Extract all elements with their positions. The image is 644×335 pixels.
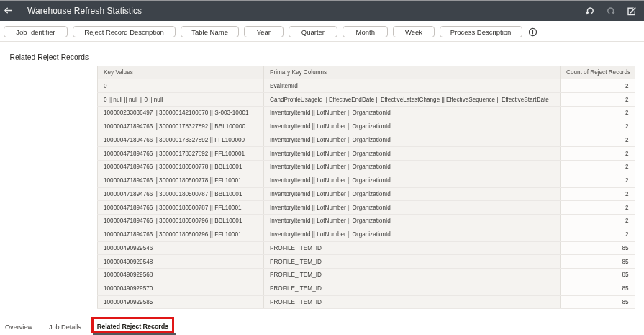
cell-count[interactable]: 2 xyxy=(561,106,635,120)
cell-primary-key-columns[interactable]: InventoryItemId || LotNumber || Organiza… xyxy=(264,160,561,174)
cell-key-values[interactable]: 100000471894766 || 300000180500796 || BB… xyxy=(98,215,264,228)
section-title: Related Reject Records xyxy=(10,53,89,61)
redo-icon xyxy=(606,6,616,16)
table-row[interactable]: 100000471894766 || 300000178327892 || BB… xyxy=(98,120,635,133)
page-title: Warehouse Refresh Statistics xyxy=(27,6,142,16)
cell-primary-key-columns[interactable]: InventoryItemId || LotNumber || Organiza… xyxy=(264,133,561,147)
filter-chip[interactable]: Week xyxy=(393,26,435,37)
filter-chips: Job Identifier Reject Record Description… xyxy=(4,26,522,37)
cell-count[interactable]: 85 xyxy=(561,269,635,282)
table-row[interactable]: 100000471894766 || 300000178327892 || FF… xyxy=(98,133,635,147)
cell-count[interactable]: 2 xyxy=(561,120,635,133)
table-row[interactable]: 100000233036497 || 300000142100870 || S-… xyxy=(98,106,635,120)
undo-icon xyxy=(585,6,595,16)
edit-icon xyxy=(627,6,637,16)
bottom-tab-bar: Overview Job Details Related Reject Reco… xyxy=(0,318,644,335)
cell-primary-key-columns[interactable]: PROFILE_ITEM_ID xyxy=(264,269,561,282)
cell-primary-key-columns[interactable]: InventoryItemId || LotNumber || Organiza… xyxy=(264,228,561,241)
table-row[interactable]: 100000490929585 PROFILE_ITEM_ID 85 xyxy=(98,295,635,309)
table-row[interactable]: 100000471894766 || 300000178327892 || FF… xyxy=(98,147,635,161)
cell-count[interactable]: 2 xyxy=(561,187,635,201)
cell-primary-key-columns[interactable]: PROFILE_ITEM_ID xyxy=(264,255,561,269)
cell-key-values[interactable]: 100000490929568 xyxy=(98,269,264,282)
cell-primary-key-columns[interactable]: InventoryItemId || LotNumber || Organiza… xyxy=(264,201,561,215)
filter-chip[interactable]: Table Name xyxy=(181,26,239,37)
cell-primary-key-columns[interactable]: PROFILE_ITEM_ID xyxy=(264,282,561,295)
cell-key-values[interactable]: 100000233036497 || 300000142100870 || S-… xyxy=(98,106,264,120)
cell-count[interactable]: 2 xyxy=(561,215,635,228)
cell-primary-key-columns[interactable]: PROFILE_ITEM_ID xyxy=(264,295,561,309)
cell-primary-key-columns[interactable]: PROFILE_ITEM_ID xyxy=(264,241,561,255)
cell-count[interactable]: 2 xyxy=(561,79,635,93)
cell-key-values[interactable]: 100000471894766 || 300000178327892 || BB… xyxy=(98,120,264,133)
table-row[interactable]: 0 EvalItemId 2 xyxy=(98,79,635,93)
cell-key-values[interactable]: 100000471894766 || 300000178327892 || FF… xyxy=(98,133,264,147)
cell-count[interactable]: 85 xyxy=(561,295,635,309)
back-button[interactable] xyxy=(0,1,17,21)
add-filter-button[interactable] xyxy=(527,26,539,37)
table-row[interactable]: 100000471894766 || 300000180500778 || FF… xyxy=(98,174,635,187)
column-header-primary-key-columns[interactable]: Primary Key Columns xyxy=(264,66,561,79)
cell-count[interactable]: 2 xyxy=(561,133,635,147)
column-header-key-values[interactable]: Key Values xyxy=(98,66,264,79)
cell-primary-key-columns[interactable]: CandProfileUsageId || EffectiveEndDate |… xyxy=(264,93,561,107)
table-row[interactable]: 100000490929570 PROFILE_ITEM_ID 85 xyxy=(98,282,635,295)
cell-primary-key-columns[interactable]: InventoryItemId || LotNumber || Organiza… xyxy=(264,187,561,201)
table-row[interactable]: 100000490929548 PROFILE_ITEM_ID 85 xyxy=(98,255,635,269)
back-arrow-icon xyxy=(4,7,12,14)
cell-key-values[interactable]: 100000471894766 || 300000180500787 || BB… xyxy=(98,187,264,201)
cell-primary-key-columns[interactable]: EvalItemId xyxy=(264,79,561,93)
filter-chip[interactable]: Process Description xyxy=(440,26,522,37)
cell-primary-key-columns[interactable]: InventoryItemId || LotNumber || Organiza… xyxy=(264,215,561,228)
filter-chip[interactable]: Year xyxy=(244,26,284,37)
tab-related-reject-records[interactable]: Related Reject Records xyxy=(91,317,174,333)
cell-key-values[interactable]: 100000471894766 || 300000180500796 || FF… xyxy=(98,228,264,241)
topbar-divider xyxy=(17,1,17,21)
cell-count[interactable]: 2 xyxy=(561,160,635,174)
cell-key-values[interactable]: 100000471894766 || 300000178327892 || FF… xyxy=(98,147,264,161)
tab-job-details[interactable]: Job Details xyxy=(49,323,81,331)
cell-count[interactable]: 2 xyxy=(561,93,635,107)
cell-count[interactable]: 2 xyxy=(561,174,635,187)
table-row[interactable]: 100000471894766 || 300000180500778 || BB… xyxy=(98,160,635,174)
cell-count[interactable]: 2 xyxy=(561,228,635,241)
redo-button[interactable] xyxy=(603,3,619,19)
filter-chip[interactable]: Reject Record Description xyxy=(73,26,176,37)
column-header-count[interactable]: Count of Reject Records xyxy=(561,66,635,79)
cell-key-values[interactable]: 100000471894766 || 300000180500778 || FF… xyxy=(98,174,264,187)
cell-key-values[interactable]: 100000490929570 xyxy=(98,282,264,295)
cell-key-values[interactable]: 0 xyxy=(98,79,264,93)
cell-count[interactable]: 2 xyxy=(561,147,635,161)
cell-primary-key-columns[interactable]: InventoryItemId || LotNumber || Organiza… xyxy=(264,120,561,133)
table-header-row: Key Values Primary Key Columns Count of … xyxy=(98,66,635,79)
cell-count[interactable]: 85 xyxy=(561,282,635,295)
cell-key-values[interactable]: 100000490929585 xyxy=(98,295,264,309)
table-row[interactable]: 100000490929546 PROFILE_ITEM_ID 85 xyxy=(98,241,635,255)
cell-key-values[interactable]: 100000471894766 || 300000180500778 || BB… xyxy=(98,160,264,174)
undo-button[interactable] xyxy=(582,3,598,19)
table-row[interactable]: 100000490929568 PROFILE_ITEM_ID 85 xyxy=(98,269,635,282)
cell-key-values[interactable]: 0 || null || null || 0 || null xyxy=(98,93,264,107)
edit-button[interactable] xyxy=(624,3,640,19)
top-bar: Warehouse Refresh Statistics xyxy=(0,1,644,21)
reject-records-table: Key Values Primary Key Columns Count of … xyxy=(97,66,635,309)
table-row[interactable]: 100000471894766 || 300000180500787 || BB… xyxy=(98,187,635,201)
cell-key-values[interactable]: 100000490929548 xyxy=(98,255,264,269)
table-row[interactable]: 100000471894766 || 300000180500796 || BB… xyxy=(98,215,635,228)
cell-count[interactable]: 85 xyxy=(561,241,635,255)
cell-primary-key-columns[interactable]: InventoryItemId || LotNumber || Organiza… xyxy=(264,106,561,120)
filter-chip[interactable]: Job Identifier xyxy=(4,26,68,37)
table-row[interactable]: 100000471894766 || 300000180500787 || FF… xyxy=(98,201,635,215)
cell-primary-key-columns[interactable]: InventoryItemId || LotNumber || Organiza… xyxy=(264,147,561,161)
cell-key-values[interactable]: 100000490929546 xyxy=(98,241,264,255)
cell-key-values[interactable]: 100000471894766 || 300000180500787 || FF… xyxy=(98,201,264,215)
filter-chip[interactable]: Month xyxy=(343,26,389,37)
cell-primary-key-columns[interactable]: InventoryItemId || LotNumber || Organiza… xyxy=(264,174,561,187)
cell-count[interactable]: 85 xyxy=(561,255,635,269)
filter-chip[interactable]: Quarter xyxy=(289,26,338,37)
table-row[interactable]: 0 || null || null || 0 || null CandProfi… xyxy=(98,93,635,107)
table-body: 0 EvalItemId 2 0 || null || null || 0 ||… xyxy=(98,79,635,309)
table-row[interactable]: 100000471894766 || 300000180500796 || FF… xyxy=(98,228,635,241)
cell-count[interactable]: 2 xyxy=(561,201,635,215)
tab-overview[interactable]: Overview xyxy=(5,323,32,331)
